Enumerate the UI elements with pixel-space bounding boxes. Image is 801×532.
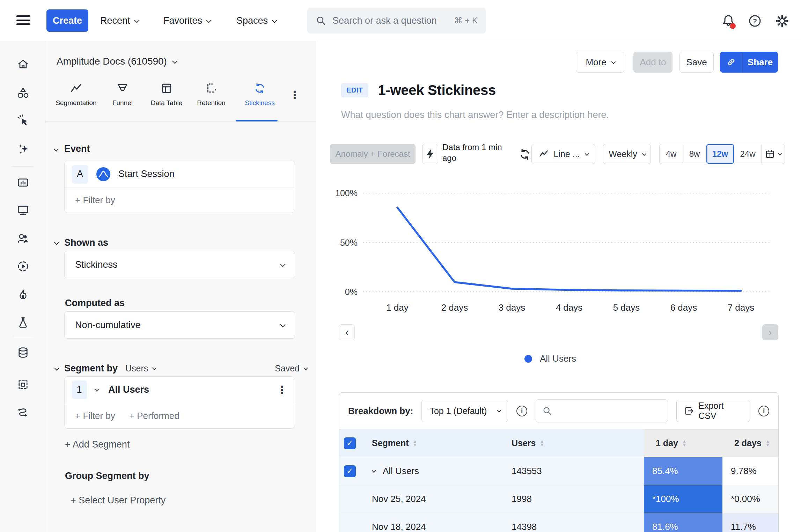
users-icon[interactable] (17, 232, 29, 245)
expand-row-icon[interactable] (372, 468, 376, 473)
shown-as-header[interactable]: Shown as (54, 237, 108, 248)
save-button[interactable]: Save (679, 52, 714, 73)
search-icon (316, 15, 326, 26)
help-button[interactable]: ? (748, 14, 762, 28)
dashboards-icon[interactable] (17, 176, 29, 189)
shown-as-select[interactable]: Stickiness (64, 251, 295, 278)
page-title[interactable]: 1-week Stickiness (378, 82, 496, 98)
retention-icon (205, 82, 217, 94)
segment-type-dropdown[interactable]: Users (125, 363, 155, 374)
computed-as-header: Computed as (65, 298, 125, 309)
add-to-button[interactable]: Add to (633, 52, 673, 73)
breakdown-dropdown[interactable]: Top 1 (Default) (421, 400, 508, 422)
legend-item-all-users[interactable]: All Users (524, 353, 576, 364)
chart-type-dropdown[interactable]: Line ... (531, 144, 595, 164)
database-icon[interactable] (17, 346, 29, 359)
event-section-header[interactable]: Event (54, 143, 90, 154)
select-user-property-button[interactable]: + Select User Property (71, 495, 166, 506)
copy-link-button[interactable] (720, 52, 742, 73)
stickiness-line-chart[interactable]: 0%50%100%1 day2 days3 days4 days5 days6 … (330, 181, 784, 348)
heatmap-cell: 85.4% (644, 457, 722, 485)
nav-recent[interactable]: Recent (100, 15, 138, 26)
link-icon (726, 57, 736, 67)
create-button[interactable]: Create (46, 9, 88, 32)
chevron-down-icon (134, 17, 140, 23)
cursor-click-icon[interactable] (17, 114, 29, 127)
more-button[interactable]: More (576, 52, 624, 73)
event-filter-by-button[interactable]: + Filter by (75, 195, 115, 206)
workspace-selector[interactable]: Amplitude Docs (610590) (57, 56, 176, 67)
search-icon (542, 406, 552, 416)
select-all-cell: ✓ (339, 429, 360, 457)
hamburger-menu-button[interactable] (16, 13, 30, 28)
chart-prev-button[interactable]: ‹ (339, 324, 355, 340)
tab-data-table[interactable]: Data Table (149, 82, 184, 107)
chevron-down-icon (152, 366, 157, 370)
nav-spaces[interactable]: Spaces (236, 15, 276, 26)
chart-next-button[interactable]: › (762, 324, 778, 340)
range-12w-selected[interactable]: 12w (706, 144, 734, 164)
segment-row[interactable]: 1 All Users ⋮ (65, 377, 295, 403)
tab-funnel[interactable]: Funnel (110, 82, 135, 107)
info-icon[interactable]: i (758, 406, 769, 416)
tab-retention[interactable]: Retention (196, 82, 227, 107)
experiment-flask-icon[interactable] (17, 316, 29, 329)
tab-stickiness[interactable]: Stickiness (241, 82, 279, 107)
segment-performed-button[interactable]: + Performed (129, 411, 179, 421)
segment-options-menu[interactable]: ⋮ (277, 384, 288, 396)
svg-text:2 days: 2 days (441, 302, 468, 313)
flame-icon[interactable] (17, 288, 29, 301)
settings-button[interactable] (775, 14, 789, 28)
segment-name: All Users (108, 384, 149, 395)
search-input[interactable]: Search or ask a question ⌘ + K (307, 8, 486, 34)
sort-icon: ▲▼ (766, 439, 770, 447)
event-card: A Start Session + Filter by (64, 161, 295, 213)
ai-sparkles-icon[interactable] (17, 143, 29, 155)
svg-text:0%: 0% (345, 287, 358, 297)
edit-badge[interactable]: EDIT (341, 83, 368, 97)
info-icon[interactable]: i (516, 406, 527, 416)
chart-config-panel: Amplitude Docs (610590) Segmentation Fun… (45, 41, 316, 532)
table-search-input[interactable] (536, 399, 668, 422)
anomaly-forecast-button[interactable]: Anomaly + Forecast (330, 144, 416, 164)
custom-date-range-button[interactable] (762, 144, 785, 164)
table-row[interactable]: ✓ All Users 143553 85.4% 9.78% (339, 457, 778, 485)
tab-segmentation[interactable]: Segmentation (53, 82, 99, 107)
saved-segments-dropdown[interactable]: Saved (275, 363, 307, 374)
col-header-1day[interactable]: 1 day▲▼ (644, 429, 722, 457)
col-header-segment[interactable]: Segment▲▼ (360, 429, 500, 457)
range-24w[interactable]: 24w (734, 144, 762, 164)
nav-favorites[interactable]: Favorites (163, 15, 210, 26)
share-button[interactable]: Share (742, 52, 778, 73)
home-icon[interactable] (17, 58, 29, 71)
monitor-icon[interactable] (17, 204, 29, 216)
journeys-icon[interactable] (17, 406, 29, 419)
event-row[interactable]: A Start Session (65, 161, 295, 187)
realtime-button[interactable] (422, 144, 438, 164)
session-replay-icon[interactable] (17, 260, 29, 273)
table-row[interactable]: Nov 25, 2024 1998 *100% *0.00% (339, 485, 778, 513)
table-row[interactable]: Nov 18, 2024 14398 81.6% 11.7% (339, 513, 778, 532)
computed-as-select[interactable]: Non-cumulative (64, 311, 295, 339)
add-segment-button[interactable]: + Add Segment (65, 439, 130, 450)
interval-dropdown[interactable]: Weekly (603, 144, 651, 164)
range-8w[interactable]: 8w (683, 144, 706, 164)
col-header-2days[interactable]: 2 days▲▼ (722, 429, 779, 457)
share-split-button: Share (720, 52, 778, 73)
chart-description-placeholder[interactable]: What question does this chart answer? En… (341, 110, 609, 120)
chevron-down-icon (778, 152, 782, 155)
export-csv-button[interactable]: Export CSV (676, 400, 750, 422)
tabs-overflow-menu[interactable]: ⋮ (289, 89, 300, 101)
row-checkbox[interactable]: ✓ (344, 465, 356, 477)
segment-filter-by-button[interactable]: + Filter by (75, 411, 115, 421)
refresh-button[interactable] (519, 148, 531, 161)
chart-main: More Add to Save Share EDIT 1-week Stick… (316, 41, 801, 532)
notifications-button[interactable] (721, 14, 735, 28)
amplitude-logo-icon (96, 167, 111, 182)
chip-select-icon[interactable] (17, 378, 29, 391)
legend-color-dot (524, 355, 532, 363)
select-all-checkbox[interactable]: ✓ (344, 437, 356, 449)
col-header-users[interactable]: Users▲▼ (500, 429, 644, 457)
objects-icon[interactable] (17, 87, 29, 99)
range-4w[interactable]: 4w (660, 144, 683, 164)
